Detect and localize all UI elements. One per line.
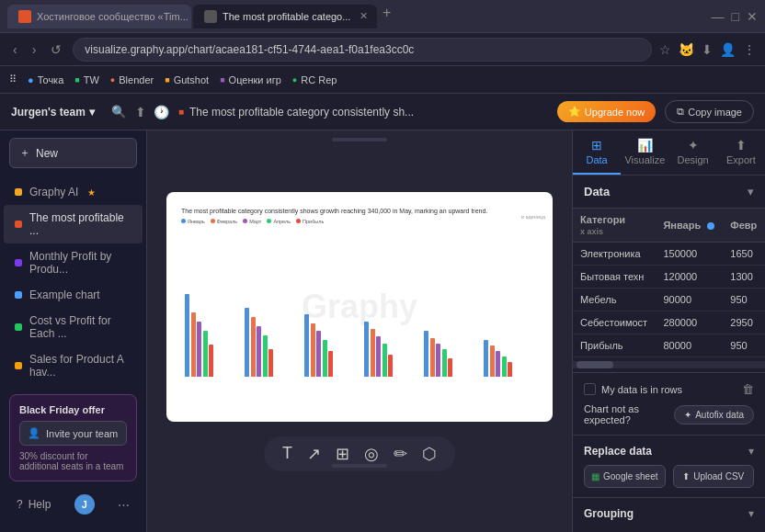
toolbar-pencil-icon[interactable]: ✏ xyxy=(394,444,407,464)
help-icon: ? xyxy=(17,498,23,511)
bar-5-1 xyxy=(490,345,495,377)
tab-data[interactable]: ⊞ Data xyxy=(573,130,621,175)
col-dot-january xyxy=(707,222,714,230)
extension-icon[interactable]: 🐱 xyxy=(679,42,694,57)
maximize-button[interactable]: □ xyxy=(732,9,739,24)
legend-label-4: Прибыль xyxy=(303,219,324,224)
browser-tab-1[interactable]: Хостинговое сообщество «Tim... ✕ xyxy=(7,5,191,28)
graphy-ai-icon xyxy=(15,188,22,196)
replace-header[interactable]: Replace data ▾ xyxy=(584,445,754,458)
bar-0-4 xyxy=(209,345,213,377)
bookmark-ratings-label: Оценки игр xyxy=(229,74,281,85)
sidebar-item-sales-product-a[interactable]: Sales for Product A hav... xyxy=(4,346,143,385)
sidebar-item-graphy-ai[interactable]: Graphy AI ★ xyxy=(4,179,143,205)
toolbar-text-icon[interactable]: T xyxy=(282,444,292,464)
invite-team-button[interactable]: 👤 Invite your team xyxy=(19,421,127,446)
data-panel-collapse-icon[interactable]: ▾ xyxy=(748,185,754,198)
table-scroll-thumb xyxy=(577,361,613,368)
bookmark-tochka[interactable]: ● Точка xyxy=(28,74,63,85)
bar-1-4 xyxy=(268,349,273,377)
bookmark-tw[interactable]: ■ TW xyxy=(74,74,99,85)
menu-icon[interactable]: ⋮ xyxy=(743,42,756,57)
table-cell-january: 90000 xyxy=(656,289,723,311)
bar-2-2 xyxy=(316,331,321,377)
legend-label-2: Март xyxy=(249,219,261,224)
bookmark-blender[interactable]: ● Blender xyxy=(110,74,154,85)
help-label: Help xyxy=(29,498,51,511)
bookmark-rc[interactable]: ● RC Rep xyxy=(292,74,337,85)
address-bar[interactable]: visualize.graphy.app/chart/acaea181-cf51… xyxy=(73,38,652,62)
apps-icon: ⠿ xyxy=(9,74,17,85)
history-icon[interactable]: 🕐 xyxy=(154,105,169,119)
legend-item-1: Февраль xyxy=(211,219,237,224)
chart-inner-title: The most profitable category consistentl… xyxy=(181,207,538,215)
legend-label-0: Январь xyxy=(188,219,205,224)
more-options-icon[interactable]: ⋯ xyxy=(118,498,130,512)
invite-label: Invite your team xyxy=(46,428,118,439)
tab2-close[interactable]: ✕ xyxy=(360,10,368,22)
graphy-ai-badge: ★ xyxy=(87,187,96,198)
bookmark-apps[interactable]: ⠿ xyxy=(9,74,17,85)
my-data-checkbox[interactable] xyxy=(584,383,596,395)
bar-5-0 xyxy=(484,340,488,377)
tab-design[interactable]: ✦ Design xyxy=(669,130,717,175)
upgrade-label: Upgrade now xyxy=(585,107,645,118)
autofix-button[interactable]: ✦ Autofix data xyxy=(674,405,754,424)
col-header-category: Категори x axis xyxy=(573,209,656,243)
my-data-label: My data is in rows xyxy=(601,384,682,395)
download-icon[interactable]: ⬇ xyxy=(702,42,713,57)
header-icons: ⬆ 🕐 xyxy=(135,105,169,119)
share-icon[interactable]: ⬆ xyxy=(135,105,146,119)
bar-3-1 xyxy=(371,329,375,377)
toolbar-arrow-icon[interactable]: ↗ xyxy=(307,444,321,464)
toolbar-shape-icon[interactable]: ⬡ xyxy=(422,444,437,464)
trash-icon[interactable]: 🗑 xyxy=(742,382,754,396)
main-content: ＋ New Graphy AI ★ The most profitable ..… xyxy=(0,130,765,532)
header-search-icon[interactable]: 🔍 xyxy=(111,105,126,119)
sidebar-item-cost-vs-profit[interactable]: Cost vs Profit for Each ... xyxy=(4,308,143,346)
app-header: Jurgen's team ▾ 🔍 ⬆ 🕐 ■ The most profita… xyxy=(0,94,765,130)
sidebar-item-most-profitable[interactable]: The most profitable ... xyxy=(4,205,143,243)
tab1-favicon xyxy=(18,10,31,23)
user-avatar[interactable]: J xyxy=(74,494,95,515)
browser-tab-2[interactable]: The most profitable catego... ✕ xyxy=(193,5,377,28)
upgrade-button[interactable]: ⭐ Upgrade now xyxy=(557,101,656,122)
legend-dot-4 xyxy=(296,219,301,223)
bf-discount-text: 30% discount for additional seats in a t… xyxy=(19,451,127,471)
bar-4-0 xyxy=(424,331,428,377)
new-label: New xyxy=(36,147,58,160)
star-icon[interactable]: ☆ xyxy=(659,42,671,57)
toolbar-grid-icon[interactable]: ⊞ xyxy=(336,444,349,464)
add-tab-button[interactable]: + xyxy=(379,5,394,28)
grouping-header[interactable]: Grouping ▾ xyxy=(584,507,754,520)
minimize-button[interactable]: — xyxy=(712,9,725,24)
toolbar-target-icon[interactable]: ◎ xyxy=(364,444,379,464)
copy-image-button[interactable]: ⧉ Copy image xyxy=(665,100,754,123)
bar-4-3 xyxy=(442,349,447,377)
bar-0-0 xyxy=(185,294,189,377)
table-scroll-container[interactable]: Категори x axis Январь Февр xyxy=(573,209,765,372)
table-scroll-bar[interactable] xyxy=(573,361,765,368)
back-button[interactable]: ‹ xyxy=(9,39,21,61)
bar-group-0 xyxy=(185,294,235,377)
table-cell-february: 1300 xyxy=(723,266,765,289)
close-window-button[interactable]: ✕ xyxy=(747,9,758,24)
bookmark-ratings[interactable]: ■ Оценки игр xyxy=(220,74,281,85)
sidebar-item-example-chart[interactable]: Example chart xyxy=(4,282,143,308)
refresh-button[interactable]: ↺ xyxy=(47,39,65,61)
upload-csv-button[interactable]: ⬆ Upload CSV xyxy=(673,465,755,488)
tab-visualize[interactable]: 📊 Visualize xyxy=(621,130,668,175)
profile-icon[interactable]: 👤 xyxy=(720,42,736,57)
forward-button[interactable]: › xyxy=(29,39,40,61)
help-button[interactable]: ? Help xyxy=(17,498,51,511)
bar-0-2 xyxy=(197,322,201,377)
new-button[interactable]: ＋ New xyxy=(9,138,137,168)
bookmark-gutshot[interactable]: ■ Gutshot xyxy=(165,74,209,85)
monthly-profit-icon xyxy=(15,259,22,266)
sidebar-item-monthly-profit[interactable]: Monthly Profit by Produ... xyxy=(4,243,143,282)
google-sheet-button[interactable]: ▦ Google sheet xyxy=(584,465,666,488)
tab-export[interactable]: ⬆ Export xyxy=(717,130,765,175)
scroll-indicator-top xyxy=(332,138,387,141)
team-selector[interactable]: Jurgen's team ▾ xyxy=(11,106,95,119)
data-panel-title: Data xyxy=(584,185,610,198)
